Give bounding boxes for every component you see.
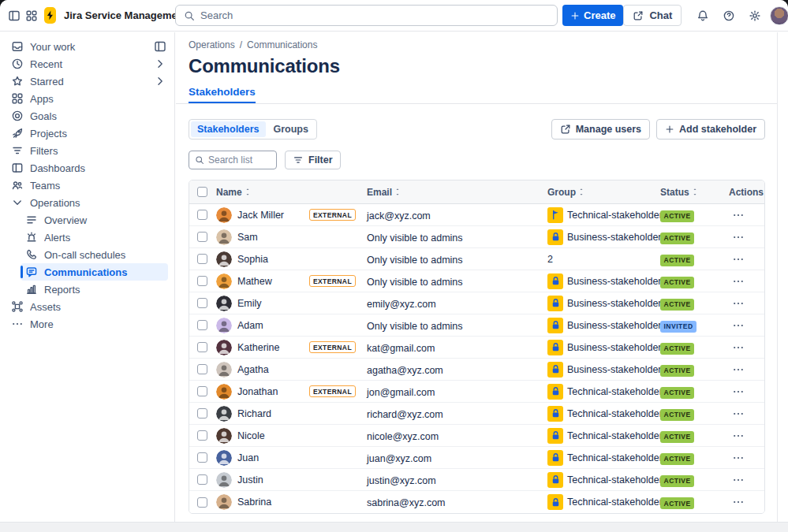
row-actions-menu-icon[interactable]: [729, 450, 748, 466]
add-stakeholder-button[interactable]: Add stakeholder: [656, 119, 765, 140]
column-header-group[interactable]: Group: [547, 187, 660, 198]
sidebar-item-more[interactable]: More: [0, 315, 174, 333]
email-cell: Only visible to admins: [367, 318, 547, 333]
sidebar-item-teams[interactable]: Teams: [0, 177, 174, 194]
row-actions-menu-icon[interactable]: [729, 296, 748, 311]
row-checkbox[interactable]: [197, 452, 207, 463]
segment-stakeholders[interactable]: Stakeholders: [191, 121, 266, 137]
sidebar-item-overview[interactable]: Overview: [21, 211, 168, 229]
sidebar-item-goals[interactable]: Goals: [0, 107, 174, 125]
row-checkbox[interactable]: [197, 364, 207, 374]
sidebar-item-apps[interactable]: Apps: [0, 90, 174, 107]
sidebar-item-on-call-schedules[interactable]: On-call schedules: [21, 246, 168, 263]
row-actions-menu-icon[interactable]: [729, 229, 748, 245]
settings-gear-icon[interactable]: [744, 5, 766, 27]
filter-button[interactable]: Filter: [285, 151, 341, 169]
stakeholder-name: Mathew: [237, 276, 272, 287]
segment-groups[interactable]: Groups: [267, 121, 315, 137]
help-icon[interactable]: [718, 5, 740, 27]
row-checkbox[interactable]: [197, 320, 207, 330]
row-checkbox[interactable]: [197, 232, 207, 242]
sidebar-toggle-icon[interactable]: [8, 5, 21, 27]
row-actions-menu-icon[interactable]: [729, 428, 748, 444]
sidebar-item-communications[interactable]: Communications: [21, 263, 168, 281]
sidebar-item-your-work[interactable]: Your work: [0, 38, 174, 55]
row-actions-menu-icon[interactable]: [729, 384, 748, 400]
table-row: SamOnly visible to adminsBusiness-stakeh…: [189, 226, 764, 248]
manage-users-button[interactable]: Manage users: [551, 119, 650, 140]
sidebar-item-dashboards[interactable]: Dashboards: [0, 159, 174, 177]
email-cell: sabrina@xyz.com: [367, 495, 547, 509]
stakeholder-avatar: [216, 450, 232, 466]
row-checkbox[interactable]: [197, 474, 207, 485]
column-header-email[interactable]: Email: [367, 187, 547, 198]
siren-icon: [25, 231, 38, 244]
scrollbar-gutter[interactable]: [777, 32, 788, 522]
stakeholder-name: Sophia: [237, 254, 268, 265]
user-avatar[interactable]: [770, 6, 788, 25]
stakeholder-avatar: [216, 362, 232, 378]
row-actions-menu-icon[interactable]: [729, 362, 748, 378]
row-actions-menu-icon[interactable]: [729, 273, 748, 289]
select-all-checkbox[interactable]: [197, 187, 207, 197]
name-cell: Sophia: [216, 251, 367, 267]
sidebar-item-reports[interactable]: Reports: [21, 281, 168, 298]
actions-cell: [726, 450, 764, 466]
row-actions-menu-icon[interactable]: [729, 207, 748, 223]
global-search-input[interactable]: [200, 9, 549, 21]
row-actions-menu-icon[interactable]: [729, 406, 748, 422]
target-icon: [11, 110, 24, 122]
row-checkbox[interactable]: [197, 386, 207, 396]
sidebar-item-filters[interactable]: Filters: [0, 142, 174, 159]
sidebar-item-recent[interactable]: Recent: [0, 55, 174, 73]
breadcrumb-operations[interactable]: Operations: [189, 39, 235, 50]
column-header-name[interactable]: Name: [216, 187, 367, 198]
column-header-status[interactable]: Status: [660, 187, 726, 198]
app-switcher-icon[interactable]: [25, 5, 38, 27]
group-cell: Technical-stakeholders: [547, 406, 660, 422]
row-actions-menu-icon[interactable]: [729, 340, 748, 355]
sidebar-item-assets[interactable]: Assets: [0, 298, 174, 315]
row-checkbox-cell: [189, 254, 216, 264]
panel-icon[interactable]: [154, 40, 166, 53]
breadcrumb-communications[interactable]: Communications: [247, 39, 317, 50]
row-actions-menu-icon[interactable]: [729, 494, 748, 510]
group-name: Business-stakeholders: [567, 232, 667, 243]
row-checkbox[interactable]: [197, 254, 207, 264]
sidebar-item-label: Reports: [44, 284, 160, 296]
group-name: 2: [547, 254, 553, 265]
row-actions-menu-icon[interactable]: [729, 318, 748, 333]
status-cell: INVITED: [660, 318, 726, 333]
search-list-input[interactable]: [208, 154, 263, 166]
row-checkbox-cell: [189, 364, 216, 374]
row-checkbox[interactable]: [197, 298, 207, 308]
row-actions-menu-icon[interactable]: [729, 251, 748, 267]
sidebar-item-label: Dashboards: [30, 162, 166, 174]
column-label: Actions: [729, 187, 764, 198]
row-checkbox[interactable]: [197, 497, 207, 508]
phone-icon: [25, 248, 38, 261]
row-checkbox[interactable]: [197, 430, 207, 441]
row-actions-menu-icon[interactable]: [729, 472, 748, 488]
create-button[interactable]: Create: [562, 5, 623, 26]
status-badge: ACTIVE: [660, 497, 694, 509]
toolbar: Stakeholders Groups Manage users Add sta…: [189, 119, 765, 140]
group-avatar-lock-icon: [547, 428, 563, 444]
notifications-bell-icon[interactable]: [692, 5, 714, 27]
row-checkbox[interactable]: [197, 408, 207, 419]
sidebar-item-label: Assets: [30, 301, 166, 313]
stakeholder-name: Jack Miller: [237, 210, 284, 221]
sidebar-item-starred[interactable]: Starred: [0, 73, 174, 90]
row-checkbox[interactable]: [197, 276, 207, 286]
row-checkbox[interactable]: [197, 210, 207, 220]
sidebar-item-projects[interactable]: Projects: [0, 125, 174, 142]
column-label: Name: [216, 187, 242, 198]
stakeholder-name: Juan: [237, 452, 259, 463]
sidebar-item-alerts[interactable]: Alerts: [21, 229, 168, 246]
tab-stakeholders[interactable]: Stakeholders: [189, 86, 256, 103]
chat-button[interactable]: Chat: [623, 5, 682, 26]
row-checkbox-cell: [189, 232, 216, 242]
row-checkbox[interactable]: [197, 342, 207, 352]
sort-icon: [394, 188, 401, 196]
sidebar-item-operations[interactable]: Operations: [0, 194, 174, 211]
